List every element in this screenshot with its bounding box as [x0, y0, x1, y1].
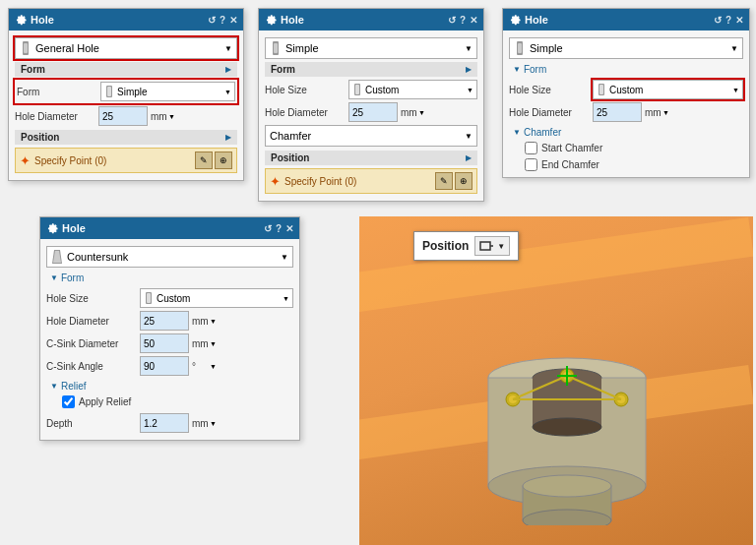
csink-angle-input-4[interactable]: 90 — [140, 356, 189, 376]
chamfer-arrow-2: ▼ — [465, 132, 472, 141]
hole-diameter-input-1[interactable]: 25 — [98, 106, 148, 126]
help-icon-1[interactable]: ? — [220, 15, 225, 26]
csink-angle-row-4: C-Sink Angle 90 ° ▼ — [46, 356, 293, 376]
form-sub-section-4[interactable]: ▼ Form — [46, 271, 293, 285]
viewport-bg: Position ▼ — [359, 216, 753, 545]
form-sub-arrow-3: ▼ — [513, 65, 521, 74]
gear-icon-2 — [265, 14, 277, 26]
type-dropdown-row-1: General Hole ▼ — [15, 37, 237, 59]
hole-diameter-arrow-2: ▼ — [418, 109, 425, 116]
type-dropdown-1[interactable]: General Hole ▼ — [15, 37, 237, 59]
help-icon-2[interactable]: ? — [460, 15, 466, 26]
start-chamfer-checkbox-3[interactable] — [525, 142, 537, 154]
relief-sub-section-4[interactable]: ▼ Relief — [46, 379, 293, 394]
csink-angle-value-4: 90 — [144, 361, 155, 372]
type-dropdown-2[interactable]: Simple ▼ — [265, 37, 477, 59]
hole-size-row-3: Hole Size Custom ▼ — [509, 80, 743, 99]
refresh-icon-4[interactable]: ↺ — [264, 223, 272, 234]
type-dropdown-row-2: Simple ▼ — [265, 37, 477, 59]
depth-input-4[interactable]: 1.2 — [140, 413, 189, 433]
panel-title-group-3: Hole — [509, 14, 548, 26]
panel-body-3: Simple ▼ ▼ Form Hole Size Custom — [503, 30, 749, 177]
depth-row-4: Depth 1.2 mm ▼ — [46, 413, 293, 433]
position-section-header-2[interactable]: Position ▶ — [265, 151, 477, 165]
pencil-btn-1[interactable]: ✎ — [195, 151, 213, 169]
close-icon-3[interactable]: ✕ — [735, 15, 743, 26]
help-icon-4[interactable]: ? — [276, 223, 282, 234]
position-star-1: ✦ — [20, 153, 31, 168]
chamfer-sub-label-3: Chamfer — [524, 127, 561, 138]
close-icon-1[interactable]: ✕ — [229, 15, 237, 26]
form-type-icon-1 — [104, 86, 114, 97]
gear-icon-1 — [15, 14, 27, 26]
hole-diameter-unit-1: mm — [151, 111, 166, 122]
relief-sub-arrow-4: ▼ — [50, 382, 58, 391]
start-chamfer-label-3: Start Chamfer — [541, 143, 602, 153]
add-btn-1[interactable]: ⊕ — [215, 151, 232, 169]
form-section-header-1[interactable]: Form ▶ — [15, 62, 237, 77]
position-section-label-1: Position — [21, 132, 59, 143]
position-section-arrow-2: ▶ — [466, 153, 472, 162]
hole-diameter-input-4[interactable]: 25 — [140, 311, 189, 331]
type-dropdown-content-3: Simple — [514, 41, 563, 55]
form-section-header-2[interactable]: Form ▶ — [265, 62, 477, 77]
chamfer-sub-section-3[interactable]: ▼ Chamfer — [509, 125, 743, 140]
hole-diameter-input-3[interactable]: 25 — [593, 102, 642, 122]
point-icon — [479, 239, 495, 253]
hole-size-label-4: Hole Size — [46, 293, 140, 304]
add-btn-2[interactable]: ⊕ — [455, 172, 472, 190]
specify-point-2: Specify Point (0) — [284, 176, 435, 187]
chamfer-dropdown-2[interactable]: Chamfer ▼ — [265, 125, 477, 147]
hole-diameter-unit-4: mm — [192, 316, 208, 327]
hole-diameter-arrow-1: ▼ — [168, 113, 175, 120]
hole-diameter-row-3: Hole Diameter 25 mm ▼ — [509, 102, 743, 122]
hole-size-value-3: Custom — [609, 85, 643, 95]
hole-size-arrow-3: ▼ — [732, 87, 739, 93]
csink-diameter-arrow-4: ▼ — [210, 340, 217, 347]
chamfer-sub-arrow-3: ▼ — [513, 128, 521, 137]
hole-size-label-2: Hole Size — [265, 85, 348, 95]
hole-size-icon-4 — [144, 292, 154, 304]
refresh-icon-3[interactable]: ↺ — [714, 15, 722, 26]
hole-size-content-2: Custom — [352, 84, 399, 95]
hole-panel-3: Hole ↺ ? ✕ Simple ▼ ▼ Form — [502, 8, 750, 178]
csink-angle-label-4: C-Sink Angle — [46, 361, 140, 372]
csink-diameter-input-4[interactable]: 50 — [140, 333, 189, 353]
type-dropdown-content-1: General Hole — [20, 41, 99, 55]
refresh-icon-2[interactable]: ↺ — [448, 15, 456, 26]
close-icon-4[interactable]: ✕ — [285, 223, 293, 234]
type-dropdown-4[interactable]: Countersunk ▼ — [46, 246, 293, 268]
form-section-label-1: Form — [21, 64, 45, 75]
hole-size-dropdown-2[interactable]: Custom ▼ — [348, 80, 477, 99]
hole-diameter-input-2[interactable]: 25 — [348, 102, 398, 122]
close-icon-2[interactable]: ✕ — [470, 15, 477, 26]
refresh-icon-1[interactable]: ↺ — [208, 15, 216, 26]
hole-diameter-label-4: Hole Diameter — [46, 316, 140, 327]
help-icon-3[interactable]: ? — [725, 15, 731, 26]
position-section-header-1[interactable]: Position ▶ — [15, 130, 237, 145]
apply-relief-checkbox-4[interactable] — [62, 395, 75, 408]
pencil-btn-2[interactable]: ✎ — [435, 172, 453, 190]
hole-diameter-value-4: 25 — [144, 316, 155, 327]
form-field-row-1: Form Simple ▼ — [15, 80, 237, 103]
3d-viewport: Position ▼ — [359, 216, 753, 545]
form-sub-arrow-4: ▼ — [50, 273, 58, 282]
position-row-2: ✦ Specify Point (0) ✎ ⊕ — [265, 168, 477, 194]
viewport-pos-btn[interactable]: ▼ — [474, 236, 510, 256]
hole-diameter-row-2: Hole Diameter 25 mm ▼ — [265, 102, 477, 122]
type-label-2: Simple — [285, 42, 319, 54]
hole-size-label-3: Hole Size — [509, 85, 593, 95]
hole-size-dropdown-3[interactable]: Custom ▼ — [593, 80, 743, 99]
csink-diameter-row-4: C-Sink Diameter 50 mm ▼ — [46, 333, 293, 353]
end-chamfer-checkbox-3[interactable] — [525, 158, 537, 171]
hole-diameter-arrow-4: ▼ — [210, 318, 217, 325]
form-sub-section-3[interactable]: ▼ Form — [509, 62, 743, 77]
form-sub-label-3: Form — [524, 64, 546, 75]
csink-diameter-unit-4: mm — [192, 338, 208, 349]
form-field-dropdown-1[interactable]: Simple ▼ — [100, 82, 235, 101]
form-dropdown-arrow-1: ▼ — [224, 89, 231, 95]
apply-relief-row-4: Apply Relief — [46, 394, 293, 410]
form-sub-label-4: Form — [61, 272, 84, 283]
type-dropdown-3[interactable]: Simple ▼ — [509, 37, 743, 59]
hole-size-dropdown-4[interactable]: Custom ▼ — [140, 288, 293, 308]
